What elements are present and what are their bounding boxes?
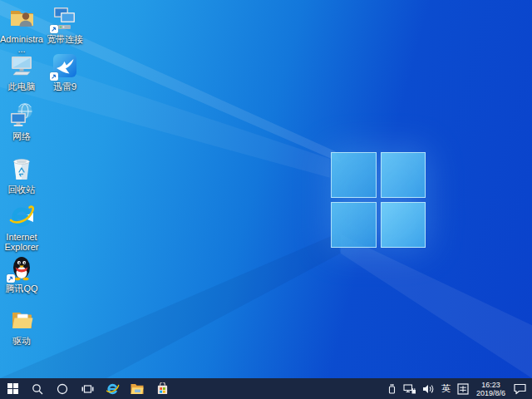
icon-label: 回收站 [8,185,36,195]
microsoft-store-icon [156,382,169,395]
taskbar-file-explorer-button[interactable] [125,378,150,399]
action-center-icon[interactable] [513,382,527,395]
windows-start-icon [7,383,18,394]
desktop-icon-xunlei[interactable]: 迅雷9 [43,52,86,91]
windows-logo-pane [331,202,377,248]
desktop-icon-this-pc[interactable]: 此电脑 [0,52,43,91]
network-icon[interactable] [403,383,416,395]
internet-explorer-icon [7,202,36,230]
user-folder-icon [7,4,36,32]
icon-label: Internet Explorer [0,232,43,252]
task-view-icon [81,383,94,395]
usb-icon[interactable] [387,382,397,395]
desktop-icon-qq[interactable]: 腾讯QQ [0,254,43,293]
shortcut-arrow-icon [50,25,58,33]
desktop-wallpaper: Administra... 宽带连接 [0,0,532,378]
taskbar-internet-explorer-button[interactable] [100,378,125,399]
search-button[interactable] [25,378,50,399]
clock-time: 16:23 [481,381,500,389]
desktop-icon-drivers[interactable]: 驱动 [0,306,43,346]
shortcut-arrow-icon [7,274,15,283]
system-tray: 英 16:23 2019/8/6 [387,378,532,399]
windows-logo-pane [331,152,377,198]
cortana-icon [57,383,68,395]
taskbar-microsoft-store-button[interactable] [150,378,175,399]
windows-logo [331,152,426,248]
search-icon [32,383,43,395]
network-icon [7,101,36,130]
icon-label: 迅雷9 [53,81,76,91]
desktop-icon-administrator[interactable]: Administra... [0,4,43,54]
shortcut-arrow-icon [50,72,58,81]
desktop-icon-broadband[interactable]: 宽带连接 [43,4,86,44]
desktop-icon-internet-explorer[interactable]: Internet Explorer [0,202,43,252]
drivers-folder-icon [7,306,36,334]
broadband-icon [51,4,79,32]
recycle-bin-icon [7,155,36,183]
qq-icon [7,254,36,282]
cortana-button[interactable] [50,378,75,399]
internet-explorer-icon [106,382,120,396]
desktop-icon-recycle-bin[interactable]: 回收站 [0,155,43,195]
windows-logo-pane [381,202,426,248]
volume-icon[interactable] [422,383,435,395]
taskbar-clock[interactable]: 16:23 2019/8/6 [475,381,507,397]
this-pc-icon [7,52,36,80]
file-explorer-icon [131,383,144,395]
desktop-icon-network[interactable]: 网络 [0,101,43,141]
start-button[interactable] [0,378,25,399]
icon-label: 驱动 [12,336,31,346]
xunlei-icon [51,52,79,80]
task-view-button[interactable] [75,378,100,399]
windows-logo-pane [381,152,426,198]
ime-mode-icon[interactable] [457,383,469,395]
icon-label: 宽带连接 [47,34,83,44]
clock-date: 2019/8/6 [476,389,505,397]
icon-label: 网络 [12,131,31,141]
icon-label: 此电脑 [8,81,36,91]
ime-language-indicator[interactable]: 英 [441,382,451,395]
icon-label: 腾讯QQ [5,283,37,293]
taskbar: 英 16:23 2019/8/6 [0,378,532,399]
